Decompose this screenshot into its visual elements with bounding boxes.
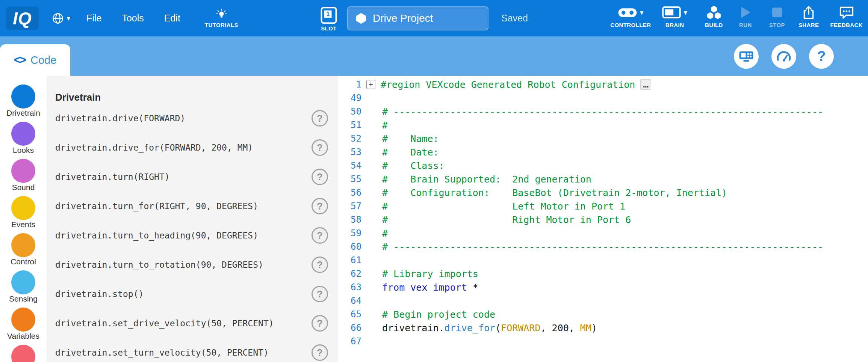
command-category-bar: DrivetrainLooksSoundEventsControlSensing… <box>0 76 47 362</box>
code-text: # Begin project code <box>382 309 495 320</box>
command-row[interactable]: drivetrain.set_turn_velocity(50, PERCENT… <box>55 338 328 362</box>
brain-button[interactable]: ▾ BRAIN <box>662 4 687 28</box>
code-editor[interactable]: 1+#region VEXcode Generated Robot Config… <box>338 76 868 362</box>
language-selector[interactable]: ▾ <box>51 12 71 25</box>
category-looks[interactable]: Looks <box>11 122 35 154</box>
line-number: 65 <box>338 309 361 320</box>
category-label: Drivetrain <box>6 109 40 117</box>
command-text: drivetrain.drive(FORWARD) <box>55 113 185 123</box>
feedback-bubble-icon <box>839 6 854 19</box>
command-text: drivetrain.drive_for(FORWARD, 200, MM) <box>55 143 253 152</box>
command-text: drivetrain.turn_to_rotation(90, DEGREES) <box>55 260 263 270</box>
command-help-button[interactable]: ? <box>312 198 328 214</box>
category-label: Events <box>11 220 35 229</box>
code-line[interactable]: 55# Brain Supported: 2nd generation <box>338 172 868 186</box>
code-line[interactable]: 66drivetrain.drive_for(FORWARD, 200, MM) <box>338 321 868 335</box>
category-sensing[interactable]: Sensing <box>9 270 38 303</box>
code-line[interactable]: 53# Date: <box>338 145 868 159</box>
command-help-button[interactable]: ? <box>312 256 328 273</box>
command-row[interactable]: drivetrain.set_drive_velocity(50, PERCEN… <box>55 309 328 338</box>
line-number: 62 <box>338 268 361 279</box>
menu-edit[interactable]: Edit <box>154 13 191 24</box>
line-number: 54 <box>338 160 361 171</box>
command-row[interactable]: drivetrain.turn_to_heading(90, DEGREES)? <box>55 221 328 250</box>
category-color-dot <box>11 345 35 362</box>
stop-button[interactable]: STOP <box>767 4 787 28</box>
command-row[interactable]: drivetrain.turn(RIGHT)? <box>55 162 328 192</box>
code-line[interactable]: 63from vex import * <box>338 281 868 294</box>
tutorials-button[interactable]: TUTORIALS <box>205 9 238 28</box>
code-text: # Name: <box>382 133 439 144</box>
line-number: 64 <box>338 296 361 306</box>
code-line[interactable]: 60# ------------------------------------… <box>338 240 868 253</box>
tab-code[interactable]: <> Code <box>0 44 70 76</box>
menu-bar: FileToolsEdit <box>76 13 191 24</box>
help-button[interactable]: ? <box>809 44 834 69</box>
code-line[interactable]: 57# Left Motor in Port 1 <box>338 199 868 213</box>
code-line[interactable]: 65# Begin project code <box>338 308 868 321</box>
code-text: # Configuration: BaseBot (Drivetrain 2-m… <box>382 187 727 198</box>
code-text: # --------------------------------------… <box>382 241 823 252</box>
command-row[interactable]: drivetrain.turn_for(RIGHT, 90, DEGREES)? <box>55 192 328 221</box>
category-sound[interactable]: Sound <box>11 159 35 192</box>
command-row[interactable]: drivetrain.stop()? <box>55 279 328 309</box>
code-text: # Date: <box>382 147 439 158</box>
command-help-button[interactable]: ? <box>312 344 328 361</box>
command-help-button[interactable]: ? <box>312 227 328 244</box>
code-line[interactable]: 1+#region VEXcode Generated Robot Config… <box>338 78 868 91</box>
slot-selector[interactable]: 1 SLOT <box>320 5 337 32</box>
category-control[interactable]: Control <box>11 233 36 266</box>
menu-file[interactable]: File <box>76 13 112 24</box>
menu-tools[interactable]: Tools <box>112 13 154 24</box>
code-line[interactable]: 56# Configuration: BaseBot (Drivetrain 2… <box>338 186 868 199</box>
project-name-button[interactable]: Drive Project <box>347 6 488 30</box>
toolbar-left-group: IQ ▾ FileToolsEdit TUTORIALS <box>0 0 238 36</box>
command-help-button[interactable]: ? <box>312 169 328 185</box>
code-line[interactable]: 59# <box>338 226 868 240</box>
folded-region-ellipsis[interactable]: … <box>640 79 651 90</box>
line-number: 67 <box>338 336 361 347</box>
command-help-button[interactable]: ? <box>312 286 328 302</box>
code-line[interactable]: 51# <box>338 118 868 132</box>
category-color-dot <box>11 159 35 183</box>
code-line[interactable]: 61 <box>338 253 868 267</box>
controller-icon <box>618 6 637 19</box>
code-line[interactable]: 52# Name: <box>338 132 868 145</box>
code-line[interactable]: 49 <box>338 91 868 105</box>
command-row[interactable]: drivetrain.turn_to_rotation(90, DEGREES)… <box>55 250 328 279</box>
build-icon <box>706 5 721 20</box>
category-events[interactable]: Events <box>11 196 35 229</box>
command-row[interactable]: drivetrain.drive_for(FORWARD, 200, MM)? <box>55 133 328 162</box>
category-drivetrain[interactable]: Drivetrain <box>6 84 40 117</box>
dashboard-button[interactable] <box>771 44 796 69</box>
code-line[interactable]: 54# Class: <box>338 159 868 172</box>
code-line[interactable]: 62# Library imports <box>338 267 868 281</box>
code-line[interactable]: 64 <box>338 294 868 308</box>
slot-number: 1 <box>326 11 330 17</box>
code-line[interactable]: 50# ------------------------------------… <box>338 105 868 118</box>
code-line[interactable]: 58# Right Motor in Port 6 <box>338 213 868 226</box>
build-button[interactable]: BUILD <box>704 4 724 28</box>
share-button[interactable]: SHARE <box>798 4 819 28</box>
command-help-button[interactable]: ? <box>312 110 328 127</box>
controller-button[interactable]: ▾ CONTROLLER <box>610 4 651 28</box>
category-variables[interactable]: Variables <box>7 308 39 340</box>
line-number: 66 <box>338 323 361 333</box>
code-text: from vex import * <box>382 282 478 293</box>
command-row[interactable]: drivetrain.drive(FORWARD)? <box>55 104 328 133</box>
category-label: Variables <box>7 332 39 340</box>
code-line[interactable]: 67 <box>338 335 868 348</box>
feedback-button[interactable]: FEEDBACK <box>830 4 863 28</box>
run-button[interactable]: RUN <box>735 4 756 28</box>
command-help-button[interactable]: ? <box>312 315 328 332</box>
code-text: # Brain Supported: 2nd generation <box>382 174 591 185</box>
line-number: 60 <box>338 241 361 252</box>
editor-tab-bar: <> Code ? <box>0 36 868 76</box>
command-help-button[interactable]: ? <box>312 139 328 156</box>
fold-toggle-icon[interactable]: + <box>366 80 375 89</box>
line-number: 58 <box>338 214 361 225</box>
line-number: 52 <box>338 133 361 144</box>
category-more[interactable] <box>11 345 35 362</box>
device-info-button[interactable] <box>734 44 759 69</box>
code-text: # <box>382 120 388 131</box>
